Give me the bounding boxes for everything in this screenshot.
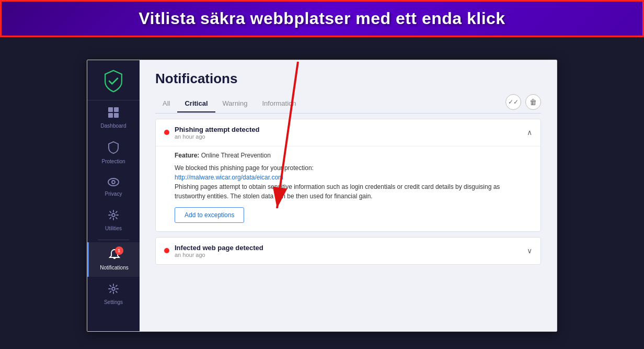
tabs-row: All Critical Warning Information ✓✓ 🗑 — [155, 94, 541, 114]
utilities-icon — [108, 209, 119, 223]
checkmark-double-icon: ✓✓ — [508, 98, 519, 106]
notification-item-infected: Infected web page detected an hour ago ∨ — [155, 237, 541, 265]
app-wrapper: Dashboard Protection Privacy — [87, 60, 557, 332]
sidebar-item-utilities[interactable]: Utilities — [87, 203, 140, 238]
notifications-header: Notifications All Critical Warning Infor… — [140, 60, 557, 114]
svg-point-6 — [112, 213, 115, 217]
tab-all[interactable]: All — [155, 95, 177, 112]
main-content: Notifications All Critical Warning Infor… — [140, 60, 557, 331]
feature-value: Online Threat Prevention — [201, 152, 271, 159]
settings-icon — [108, 283, 119, 297]
svg-point-4 — [108, 178, 119, 186]
sidebar-item-utilities-label: Utilities — [105, 226, 122, 231]
notification-feature: Feature: Online Threat Prevention — [175, 147, 532, 159]
sidebar-item-settings[interactable]: Settings — [87, 277, 140, 311]
notification-infected-header[interactable]: Infected web page detected an hour ago ∨ — [156, 238, 540, 264]
sidebar-item-notifications-label: Notifications — [100, 265, 128, 271]
body-line2: Phishing pages attempt to obtain sensiti… — [175, 183, 500, 200]
sidebar-item-dashboard-label: Dashboard — [101, 123, 126, 129]
dashboard-icon — [108, 107, 119, 121]
tab-actions: ✓✓ 🗑 — [505, 94, 541, 113]
notification-url[interactable]: http://malware.wicar.org/data/eicar.com — [175, 173, 532, 182]
svg-rect-0 — [108, 107, 113, 112]
critical-dot-infected — [164, 248, 169, 253]
notification-infected-title-row: Infected web page detected an hour ago — [175, 244, 521, 258]
sidebar-item-protection[interactable]: Protection — [87, 135, 140, 171]
trash-icon: 🗑 — [530, 98, 537, 106]
tab-information[interactable]: Information — [255, 95, 303, 112]
sidebar: Dashboard Protection Privacy — [87, 60, 140, 331]
notification-phishing-header[interactable]: Phishing attempt detected an hour ago ∧ — [156, 119, 540, 146]
mark-all-read-button[interactable]: ✓✓ — [505, 94, 521, 110]
banner-overlay: Vitlista säkra webbplatser med ett enda … — [0, 0, 644, 37]
svg-rect-2 — [108, 113, 113, 118]
sidebar-logo — [87, 60, 140, 100]
notification-phishing-title-row: Phishing attempt detected an hour ago — [175, 126, 521, 140]
chevron-down-icon: ∨ — [527, 246, 532, 255]
notification-body: We blocked this phishing page for your p… — [175, 163, 532, 201]
sidebar-item-notifications[interactable]: 1 Notifications — [87, 242, 140, 277]
notification-phishing-time: an hour ago — [175, 133, 521, 140]
notification-item-phishing: Phishing attempt detected an hour ago ∧ … — [155, 119, 541, 232]
body-line1: We blocked this phishing page for your p… — [175, 164, 314, 172]
tab-warning[interactable]: Warning — [215, 95, 255, 112]
delete-all-button[interactable]: 🗑 — [525, 94, 541, 110]
sidebar-item-settings-label: Settings — [104, 299, 123, 305]
notification-phishing-expanded: Feature: Online Threat Prevention We blo… — [156, 146, 540, 231]
notification-phishing-title: Phishing attempt detected — [175, 126, 521, 133]
notification-infected-time: an hour ago — [175, 252, 521, 258]
svg-rect-3 — [114, 113, 119, 118]
notification-infected-title: Infected web page detected — [175, 244, 521, 252]
shield-logo-icon — [102, 70, 125, 93]
sidebar-nav: Dashboard Protection Privacy — [87, 100, 140, 331]
sidebar-item-privacy-label: Privacy — [105, 191, 122, 197]
protection-icon — [108, 141, 119, 156]
svg-point-7 — [112, 287, 115, 290]
notifications-title: Notifications — [155, 71, 541, 87]
notifications-list: Phishing attempt detected an hour ago ∧ … — [140, 114, 557, 331]
svg-point-5 — [112, 181, 115, 184]
notification-badge: 1 — [115, 246, 123, 255]
sidebar-divider — [98, 240, 129, 240]
notifications-icon: 1 — [109, 249, 120, 263]
sidebar-item-dashboard[interactable]: Dashboard — [87, 100, 140, 135]
sidebar-item-privacy[interactable]: Privacy — [87, 171, 140, 203]
critical-dot-phishing — [164, 130, 169, 135]
svg-rect-1 — [114, 107, 119, 112]
banner-text: Vitlista säkra webbplatser med ett enda … — [17, 9, 627, 28]
tab-critical[interactable]: Critical — [177, 95, 215, 112]
feature-label: Feature: — [175, 152, 199, 159]
sidebar-item-protection-label: Protection — [101, 159, 125, 164]
privacy-icon — [108, 177, 119, 189]
chevron-up-icon: ∧ — [527, 128, 532, 137]
add-to-exceptions-button[interactable]: Add to exceptions — [175, 207, 244, 223]
